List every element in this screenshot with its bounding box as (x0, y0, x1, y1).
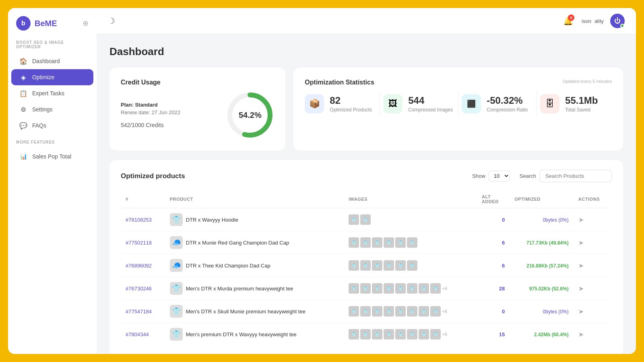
sidebar-item-optimize[interactable]: ◈ Optimize (11, 69, 93, 85)
stat-values: 82 Optimized Products (330, 95, 372, 113)
image-thumb: 👕 (395, 283, 406, 294)
actions-cell: ➤ (574, 277, 612, 300)
optimized-cell: 2.42Mb (60.4%) (510, 323, 574, 346)
alt-added-cell: 6 (477, 231, 510, 254)
search-wrapper: Search (520, 170, 612, 182)
user-info: ison ality (582, 18, 604, 24)
image-thumb: 👕 (407, 283, 417, 294)
power-button[interactable]: ⏻ (610, 14, 625, 28)
sidebar-item-sales-pop[interactable]: 📊 Sales Pop Total (11, 148, 93, 165)
optimized-cell: 717.73Kb (49.84%) (510, 231, 574, 254)
product-id[interactable]: #76896092 (126, 263, 152, 269)
stat-divider-1 (380, 91, 380, 117)
image-thumb: 👕 (395, 306, 406, 317)
moon-icon[interactable]: ☽ (108, 16, 115, 26)
action-button[interactable]: ➤ (578, 331, 584, 338)
page-body: Dashboard Credit Usage Plan: Standard R (97, 34, 636, 354)
gear-icon: ⚙ (19, 105, 27, 113)
stat-value-saved: 55.1Mb (565, 95, 598, 106)
images-cell: 👕👕👕👕👕👕👕👕+6 (349, 283, 472, 294)
stat-divider-2 (458, 91, 458, 117)
credit-card-body: Plan: Standard Renew date: 27 Jun 2022 5… (121, 91, 274, 139)
image-thumb: 👕 (384, 283, 394, 294)
data-table: # PRODUCT IMAGES ALTADDED OPTIMIZED ACTI… (121, 190, 612, 346)
product-id[interactable]: #77502118 (126, 240, 152, 246)
products-icon: 📦 (309, 99, 320, 109)
image-thumb: 👕 (430, 283, 441, 294)
image-thumb: 👕 (419, 283, 429, 294)
sidebar-item-label: Dashboard (32, 58, 60, 64)
product-name: Men's premium DTR x Wavyyy heavyweight t… (186, 331, 297, 337)
alt-count: 28 (499, 286, 505, 292)
optimized-value: 216.88Kb (57.24%) (526, 263, 569, 269)
show-control: Show 10 25 50 (472, 171, 510, 181)
stat-label-ratio: Compression Ratio (487, 107, 528, 113)
show-select[interactable]: 10 25 50 (489, 171, 510, 181)
renew-text: Renew date: 27 Jun 2022 (121, 109, 180, 115)
image-thumb: 👕 (349, 260, 359, 271)
renew-value: 27 Jun 2022 (152, 109, 181, 115)
image-thumb: 👕 (360, 214, 371, 225)
settings-icon[interactable]: ⊕ (83, 19, 89, 28)
notification-button[interactable]: 🔔 0 (561, 14, 575, 28)
image-thumb: 👕 (395, 329, 406, 339)
action-button[interactable]: ➤ (578, 308, 584, 315)
sidebar-item-settings[interactable]: ⚙ Settings (11, 101, 93, 117)
col-header-actions: ACTIONS (574, 190, 612, 208)
image-thumb: 👕 (384, 306, 394, 317)
product-thumb: 🧢 (170, 236, 183, 249)
show-label: Show (472, 173, 485, 179)
images-icon: 🖼 (388, 99, 397, 109)
image-thumb: 👕 (349, 283, 359, 294)
image-thumb: 👕 (395, 237, 406, 248)
image-thumb: 👕 (372, 237, 382, 248)
action-button[interactable]: ➤ (578, 285, 584, 292)
stats-grid: 📦 82 Optimized Products 🖼 (305, 91, 612, 117)
actions-cell: ➤ (574, 231, 612, 254)
plan-label: Plan: (121, 102, 134, 108)
product-cell: 👕 Men's DTR x Murda premium heavyweight … (170, 282, 339, 295)
search-input[interactable] (539, 170, 612, 182)
alt-added-cell: 28 (477, 277, 510, 300)
optimized-value: 0bytes (0%) (543, 309, 569, 315)
notification-badge: 0 (568, 14, 574, 21)
product-thumb: 👕 (170, 282, 183, 295)
plan-value: Standard (135, 102, 157, 108)
table-row: #76896092 🧢 DTR x Thee Kid Champion Dad … (121, 254, 612, 277)
donut-label: 54.2% (239, 111, 262, 120)
sidebar-item-expert-tasks[interactable]: 📋 Expert Tasks (11, 85, 93, 101)
image-thumb: 👕 (349, 214, 359, 225)
image-thumb: 👕 (407, 329, 417, 339)
stat-label-saved: Total Saved (565, 107, 598, 113)
product-name: Men's DTR x Skull Munie premium heavywei… (186, 309, 305, 315)
stat-values: -50.32% Compression Ratio (487, 95, 528, 113)
optimization-stats-card: Optimization Statistics Updated every 5 … (293, 68, 623, 150)
image-thumb: 👕 (419, 306, 429, 317)
action-button[interactable]: ➤ (578, 262, 584, 269)
alt-added-cell: 0 (477, 208, 510, 231)
product-id[interactable]: #76730246 (126, 286, 152, 292)
sidebar-item-label: Optimize (32, 74, 54, 80)
image-thumb: 👕 (419, 329, 429, 339)
donut-chart: 54.2% (226, 91, 274, 139)
product-id[interactable]: #7804344 (126, 331, 149, 337)
table-title: Optimized products (121, 172, 185, 180)
image-thumb: 👕 (360, 283, 371, 294)
sidebar-item-dashboard[interactable]: 🏠 Dashboard (11, 53, 93, 69)
stat-label-images: Compressed Images (408, 107, 453, 113)
image-thumb: 👕 (360, 306, 371, 317)
product-id[interactable]: #77547184 (126, 309, 152, 315)
image-thumb: 👕 (407, 260, 417, 271)
image-thumb: 👕 (407, 306, 417, 317)
product-cell: 🧢 DTR x Thee Kid Champion Dad Cap (170, 259, 339, 272)
product-name: DTR x Thee Kid Champion Dad Cap (186, 263, 270, 269)
action-button[interactable]: ➤ (578, 216, 584, 224)
sidebar-item-faqs[interactable]: 💬 FAQs (11, 117, 93, 134)
tasks-icon: 📋 (19, 89, 27, 97)
action-button[interactable]: ➤ (578, 239, 584, 247)
power-icon: ⏻ (614, 17, 621, 25)
image-thumb: 👕 (372, 306, 382, 317)
product-id[interactable]: #78108253 (126, 217, 152, 223)
stat-item-products: 📦 82 Optimized Products (305, 91, 376, 117)
actions-cell: ➤ (574, 300, 612, 323)
